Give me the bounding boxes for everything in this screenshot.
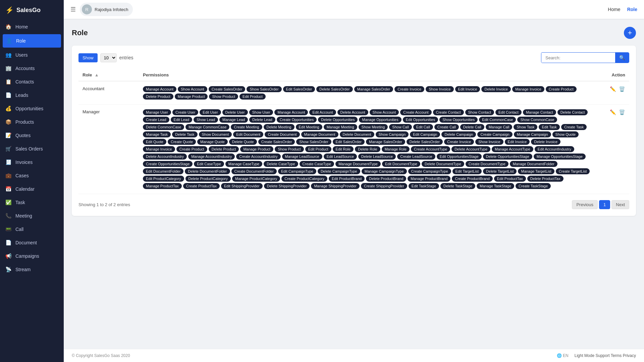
controls-row: Show 10 25 50 entries 🔍 — [78, 52, 629, 63]
edit-icon[interactable]: ✏️ — [610, 109, 616, 115]
permission-tag: Create AccountIndustry — [236, 154, 280, 160]
pagination-buttons: Previous 1 Next — [572, 200, 629, 209]
permission-tag: Delete Meeting — [264, 124, 294, 130]
permission-tag: Manage Role — [382, 146, 410, 152]
footer-link-privacy[interactable]: Privacy — [623, 353, 636, 358]
search-button[interactable]: 🔍 — [615, 53, 629, 63]
menu-icon[interactable]: ☰ — [70, 6, 76, 13]
permission-tag: Create LeadSource — [397, 154, 435, 160]
lang-selector[interactable]: 🌐 EN — [557, 353, 569, 358]
delete-icon[interactable]: 🗑️ — [619, 109, 625, 115]
prev-button[interactable]: Previous — [572, 200, 598, 209]
sidebar-item-products[interactable]: 📦Products — [0, 115, 64, 129]
page-title: Role — [72, 28, 88, 37]
sidebar-label-invoices: Invoices — [15, 160, 33, 165]
entries-select[interactable]: 10 25 50 — [100, 53, 117, 62]
permission-tag: Create Contact — [433, 109, 464, 115]
sidebar-label-quotes: Quotes — [15, 133, 31, 138]
permission-tag: Delete ProductTax — [527, 176, 564, 182]
sidebar-item-quotes[interactable]: 📝Quotes — [0, 129, 64, 142]
search-input[interactable] — [541, 53, 615, 63]
permission-tag: Create SalesOrder — [209, 86, 246, 92]
permission-tag: Delete LeadSource — [358, 154, 396, 160]
permission-tag: Delete Call — [460, 124, 484, 130]
permission-tag: Edit Quote — [143, 139, 166, 145]
permission-tag: Manage User — [143, 109, 171, 115]
sidebar-item-accounts[interactable]: 🏢Accounts — [0, 62, 64, 75]
sidebar-item-stream[interactable]: 📡Stream — [0, 263, 64, 276]
sidebar-item-users[interactable]: 👥Users — [0, 48, 64, 62]
permission-tag: Manage Account — [274, 109, 308, 115]
permission-tag: Edit Account — [309, 109, 336, 115]
permission-tag: Edit ProductCategory — [143, 176, 184, 182]
footer-link-support[interactable]: Support — [595, 353, 609, 358]
add-role-button[interactable]: + — [624, 27, 636, 39]
app-logo[interactable]: ⚡ SalesGo — [0, 0, 64, 20]
accounts-icon: 🏢 — [5, 65, 11, 71]
permission-tag: Create CampaignType — [408, 168, 451, 174]
permission-tag: Edit Invoice — [455, 86, 480, 92]
permission-tag: Manage ProductCategory — [232, 176, 280, 182]
page-1-button[interactable]: 1 — [599, 200, 610, 209]
permission-tag: Create ProductBrand — [452, 176, 492, 182]
sidebar-item-call[interactable]: 📟Call — [0, 223, 64, 236]
sidebar-item-home[interactable]: 🏠Home — [0, 20, 64, 34]
topnav-home[interactable]: Home — [608, 7, 620, 12]
permission-tag: Create Product — [176, 146, 207, 152]
sidebar-item-opportunities[interactable]: 💰Opportunities — [0, 102, 64, 115]
sales-orders-icon: 🛒 — [5, 146, 11, 152]
permission-tag: Create Account — [400, 109, 431, 115]
sidebar-item-task[interactable]: ✅Task — [0, 196, 64, 209]
sidebar-item-invoices[interactable]: 🧾Invoices — [0, 156, 64, 169]
role-icon: 👤 — [6, 38, 12, 44]
products-icon: 📦 — [5, 119, 11, 125]
sidebar-item-sales-orders[interactable]: 🛒Sales Orders — [0, 142, 64, 156]
permission-tag: Delete AccountType — [451, 146, 490, 152]
col-action: Action — [596, 69, 629, 81]
show-button[interactable]: Show — [78, 53, 98, 62]
permission-tag: Show SalesOrder — [296, 139, 331, 145]
permission-tag: Edit DocumentType — [382, 161, 420, 167]
sidebar-item-cases[interactable]: 💼Cases — [0, 169, 64, 182]
permission-tag: Edit ShippingProvider — [221, 183, 263, 189]
permission-tag: Delete ProductCategory — [185, 176, 231, 182]
footer-link-light-mode[interactable]: Light Mode — [575, 353, 594, 358]
permission-tag: Delete Invoice — [481, 86, 511, 92]
permission-tag: Manage TaskStage — [477, 183, 514, 189]
user-menu[interactable]: R Rajodiya Infotech — [80, 3, 133, 16]
sidebar-item-campaigns[interactable]: 📢Campaigns — [0, 249, 64, 263]
permission-tag: Create ProductCategory — [281, 176, 327, 182]
sidebar-item-role[interactable]: 👤Role — [3, 34, 61, 48]
permission-tag: Show Account — [370, 109, 399, 115]
footer: © Copyright SalesGo Saas 2020 🌐 EN Light… — [64, 349, 644, 362]
sidebar: ⚡ SalesGo 🏠Home👤Role👥Users🏢Accounts📋Cont… — [0, 0, 64, 362]
permission-tag: Create CaseType — [300, 161, 334, 167]
permission-tag: Manage Invoice — [512, 86, 544, 92]
sidebar-label-call: Call — [15, 227, 23, 232]
permission-tag: Manage ShippingProvider — [311, 183, 360, 189]
sidebar-item-calendar[interactable]: 📅Calendar — [0, 182, 64, 196]
sidebar-item-leads[interactable]: 📄Leads — [0, 88, 64, 102]
sidebar-item-document[interactable]: 📄Document — [0, 236, 64, 249]
next-button[interactable]: Next — [611, 200, 629, 209]
permission-tag: Delete Opportunities — [318, 117, 358, 123]
topnav-role[interactable]: Role — [627, 7, 637, 12]
calendar-icon: 📅 — [5, 186, 11, 192]
permission-tag: Show Contact — [465, 109, 494, 115]
permission-tag: Manage Campaign — [514, 131, 551, 137]
sidebar-item-meeting[interactable]: 📞Meeting — [0, 209, 64, 223]
edit-icon[interactable]: ✏️ — [610, 86, 616, 92]
sidebar-label-accounts: Accounts — [15, 66, 35, 71]
roles-table: Role ▲ Permissions Action Accountant Man… — [78, 69, 629, 194]
permission-tag: Delete Campaign — [441, 131, 476, 137]
sidebar-item-contacts[interactable]: 📋Contacts — [0, 75, 64, 88]
leads-icon: 📄 — [5, 92, 11, 98]
footer-link-terms[interactable]: Terms — [611, 353, 622, 358]
sidebar-label-role: Role — [16, 38, 26, 44]
permission-tag: Edit Campaign — [410, 131, 440, 137]
call-icon: 📟 — [5, 226, 11, 232]
permission-tag: Create Invoice — [394, 86, 424, 92]
permission-tag: Manage Product — [175, 94, 208, 100]
page-body: Role + Show 10 25 50 entries 🔍 — [64, 19, 644, 349]
delete-icon[interactable]: 🗑️ — [619, 86, 625, 92]
